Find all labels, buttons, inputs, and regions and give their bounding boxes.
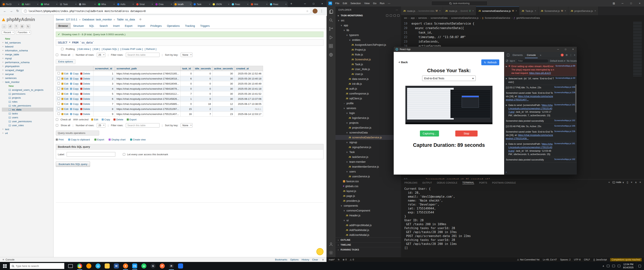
nav-database[interactable]: +bd_sentances: [2, 41, 53, 45]
expand-icon[interactable]: +: [2, 45, 4, 49]
network-icon[interactable]: [607, 265, 610, 267]
nav-table[interactable]: ss_data: [2, 108, 53, 111]
tree-file-screenshotDataService.js[interactable]: JSscreenshotDataService.js: [336, 135, 401, 140]
collapse-folders-icon[interactable]: [397, 15, 400, 17]
explorer-more-icon[interactable]: ⋯: [396, 9, 398, 11]
tab-close-icon[interactable]: ×: [472, 10, 474, 12]
tree-file-User_Role.js[interactable]: JSUser_Role.js: [336, 67, 401, 72]
postman-icon[interactable]: P: [158, 262, 167, 270]
expand-caret-icon[interactable]: ▶: [506, 77, 507, 79]
sql-link-0[interactable]: [ Edit inline ]: [77, 48, 91, 50]
profile-avatar[interactable]: [313, 9, 318, 14]
firefox-icon[interactable]: [84, 262, 94, 270]
editor-tab-route.js[interactable]: JSroute.js...\[taskid]U×: [443, 7, 476, 15]
tab-close-icon[interactable]: ×: [209, 3, 210, 6]
num-rows-select[interactable]: 25: [97, 123, 106, 127]
favorites-dropdown[interactable]: Favorites: [16, 30, 31, 35]
source-link[interactable]: ScreenshotApp.js:181: [554, 142, 575, 145]
breadcrumb-item[interactable]: ScreenshotDataService: [485, 17, 510, 19]
row-edit-link[interactable]: Edit: [62, 87, 68, 90]
nav-table[interactable]: New: [2, 84, 53, 88]
nav-table[interactable]: assigned_users_to_projects: [2, 88, 53, 92]
tab-close-icon[interactable]: ×: [228, 3, 229, 6]
tree-file-AddUserModal.js[interactable]: JSAddUserModal.js: [336, 232, 401, 237]
explorer-icon[interactable]: [326, 7, 336, 16]
menu-item[interactable]: Run: [378, 2, 386, 5]
filter-input[interactable]: [126, 123, 160, 127]
search-sidebar-icon[interactable]: [326, 16, 336, 25]
start-button[interactable]: [0, 262, 10, 270]
show-all-checkbox[interactable]: [56, 54, 58, 56]
tree-folder-services[interactable]: ∨services: [336, 106, 401, 111]
queryop-export[interactable]: Export: [94, 138, 104, 141]
status-main-[interactable]: main*: [329, 258, 335, 261]
check-all-checkbox[interactable]: [56, 118, 58, 121]
photos-icon[interactable]: [176, 262, 185, 270]
browser-menu-icon[interactable]: ⋮: [320, 9, 324, 13]
tree-file-teamMemberService.js[interactable]: JSteamMemberService.js: [336, 164, 401, 169]
row-delete-link[interactable]: Delete: [80, 108, 90, 110]
pma-logo[interactable]: phpMyAdmin: [2, 17, 53, 22]
terminal-shell-select[interactable]: >_node∨: [612, 181, 624, 184]
breadcrumb-item[interactable]: services: [418, 17, 427, 19]
sort-select[interactable]: None: [181, 123, 192, 127]
nav-table[interactable]: user_roles: [2, 123, 53, 127]
devtools-scrollbar[interactable]: [575, 84, 576, 112]
row-delete-link[interactable]: Delete: [80, 82, 90, 85]
expand-icon[interactable]: +: [2, 49, 4, 53]
row-copy-link[interactable]: Copy: [70, 82, 78, 85]
row-delete-link[interactable]: Delete: [80, 113, 90, 115]
nav-table[interactable]: users: [2, 115, 53, 119]
tree-file-Task.js[interactable]: JSTask.js: [336, 62, 401, 67]
filter-input[interactable]: [126, 53, 160, 57]
tree-file-loginService.js[interactable]: JSloginService.js: [336, 115, 401, 120]
close-panel-icon[interactable]: ×: [640, 181, 641, 184]
tree-file-Screenshot.js[interactable]: JSScreenshot.js: [336, 57, 401, 62]
row-copy-link[interactable]: Copy: [70, 72, 78, 75]
row-copy-link[interactable]: Copy: [70, 92, 78, 95]
taskbar-search[interactable]: [10, 263, 64, 269]
nav-table[interactable]: tasks: [2, 111, 53, 115]
expand-icon[interactable]: +: [2, 64, 4, 68]
bookmark-label-input[interactable]: [67, 152, 115, 157]
nav-table[interactable]: permissions: [2, 92, 53, 96]
expand-caret-icon[interactable]: ▶: [506, 142, 507, 145]
row-edit-link[interactable]: Edit: [62, 77, 68, 80]
section-outline[interactable]: ›OUTLINE: [336, 237, 401, 242]
capturing-button[interactable]: Capturing...: [420, 130, 439, 137]
browser-maximize-button[interactable]: □: [309, 0, 318, 7]
tab-close-icon[interactable]: ×: [439, 10, 440, 12]
sort-select[interactable]: None: [181, 53, 192, 57]
console-message[interactable]: ▶Data to send: {screenshotPath: 'https:/…: [504, 102, 577, 118]
browser-tab[interactable]: Fix Er×: [2, 1, 20, 7]
show-all-checkbox[interactable]: [56, 124, 58, 126]
expand-icon[interactable]: +: [2, 56, 4, 60]
menu-item[interactable]: Edit: [341, 2, 349, 5]
nav-table[interactable]: projects: [2, 96, 53, 100]
logout-icon[interactable]: ↺: [8, 24, 12, 29]
row-delete-link[interactable]: Delete: [80, 97, 90, 100]
console-message[interactable]: ▶⊗Error setting up video stream: AbortEr…: [504, 64, 577, 76]
react-close-button[interactable]: ×: [569, 47, 577, 52]
row-checkbox[interactable]: [58, 112, 60, 115]
tree-file-coreResponse.js[interactable]: JScoreResponse.js: [336, 91, 401, 96]
nav-database[interactable]: +bdword: [2, 45, 53, 49]
hidden-icons-chevron[interactable]: ∧: [602, 264, 604, 267]
queryop-print[interactable]: Print: [56, 138, 64, 141]
expand-icon[interactable]: +: [2, 60, 4, 64]
device-toolbar-icon[interactable]: [507, 54, 509, 56]
back-icon[interactable]: ←: [2, 9, 7, 13]
breadcrumb-item[interactable]: src: [404, 17, 407, 19]
tree-file-auth.js[interactable]: JSauth.js: [336, 86, 401, 91]
nav-database[interactable]: +mysql: [2, 56, 53, 60]
command-search-box[interactable]: task-monitoring: [431, 1, 488, 6]
menu-item[interactable]: ⋯: [386, 2, 392, 5]
browser-tab[interactable]: Crea×: [154, 1, 173, 7]
column-header[interactable]: active_seconds: [212, 66, 234, 71]
row-edit-link[interactable]: Edit: [62, 102, 68, 105]
bookmark-access-checkbox[interactable]: [123, 153, 125, 156]
menu-item[interactable]: View: [362, 2, 372, 5]
nav-table[interactable]: user_permissions: [2, 119, 53, 123]
tree-folder-signup[interactable]: ∨signup: [336, 140, 401, 145]
row-checkbox[interactable]: [58, 97, 60, 100]
